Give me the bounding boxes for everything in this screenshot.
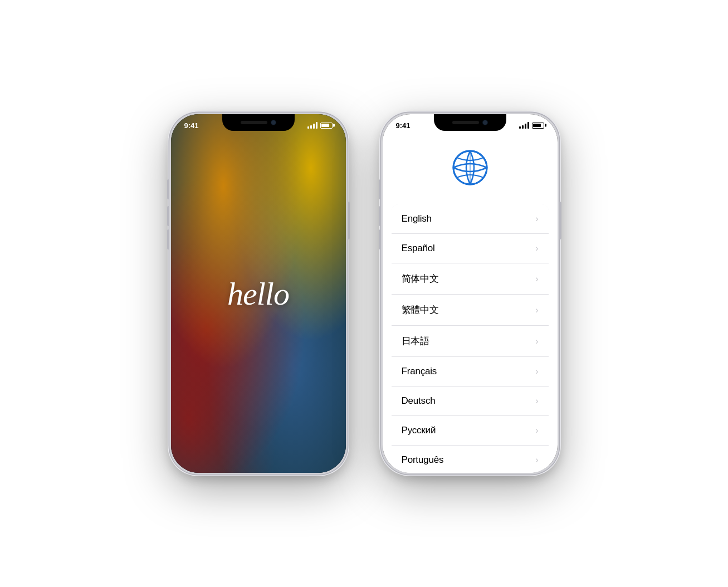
language-chevron-russian: ›	[535, 425, 538, 436]
language-item-portuguese[interactable]: Português›	[392, 446, 549, 473]
speaker-1	[241, 121, 267, 124]
hello-text: hello	[227, 275, 289, 312]
language-name-english: English	[402, 213, 432, 224]
language-item-english[interactable]: English›	[392, 204, 549, 234]
language-list: English›Español›简体中文›繁體中文›日本語›Français›D…	[392, 204, 549, 473]
language-chevron-portuguese: ›	[535, 455, 538, 465]
globe-icon	[450, 148, 490, 188]
language-chevron-english: ›	[535, 214, 538, 224]
battery-fill-2	[533, 124, 541, 127]
language-chevron-japanese: ›	[535, 336, 538, 346]
language-item-french[interactable]: Français›	[392, 357, 549, 387]
camera-1	[271, 120, 276, 125]
battery-fill-1	[321, 124, 329, 127]
language-item-espanol[interactable]: Español›	[392, 234, 549, 263]
language-chevron-traditional: ›	[535, 305, 538, 315]
status-icons-1	[307, 122, 333, 129]
language-item-simplified[interactable]: 简体中文›	[392, 263, 549, 295]
status-time-2: 9:41	[396, 121, 411, 130]
phone2-inner: 9:41	[383, 114, 558, 473]
language-chevron-simplified: ›	[535, 274, 538, 284]
language-name-french: Français	[402, 366, 437, 377]
language-chevron-french: ›	[535, 366, 538, 376]
language-chevron-espanol: ›	[535, 243, 538, 253]
language-chevron-german: ›	[535, 396, 538, 406]
status-icons-2	[519, 122, 544, 129]
phone1-frame: 9:41 hello	[169, 112, 348, 475]
speaker-2	[452, 121, 479, 124]
language-name-traditional: 繁體中文	[402, 304, 439, 316]
language-name-portuguese: Português	[402, 454, 444, 466]
camera-2	[482, 120, 488, 125]
language-screen: 9:41	[383, 114, 558, 473]
signal-icon-1	[307, 122, 317, 129]
notch-2	[434, 114, 506, 131]
language-name-german: Deutsch	[402, 395, 436, 407]
hello-screen: 9:41 hello	[171, 114, 346, 473]
battery-icon-1	[320, 123, 333, 129]
status-time-1: 9:41	[184, 121, 199, 130]
language-name-japanese: 日本語	[402, 335, 429, 348]
battery-icon-2	[532, 123, 544, 129]
language-name-espanol: Español	[402, 243, 435, 254]
language-item-japanese[interactable]: 日本語›	[392, 326, 549, 357]
signal-icon-2	[519, 122, 529, 129]
language-item-russian[interactable]: Русский›	[392, 416, 549, 446]
phone2-frame: 9:41	[381, 112, 559, 475]
language-name-russian: Русский	[402, 425, 436, 436]
phone1-inner: 9:41 hello	[171, 114, 346, 473]
language-name-simplified: 简体中文	[402, 272, 439, 285]
notch-1	[222, 114, 295, 131]
language-item-traditional[interactable]: 繁體中文›	[392, 295, 549, 326]
language-item-german[interactable]: Deutsch›	[392, 387, 549, 416]
